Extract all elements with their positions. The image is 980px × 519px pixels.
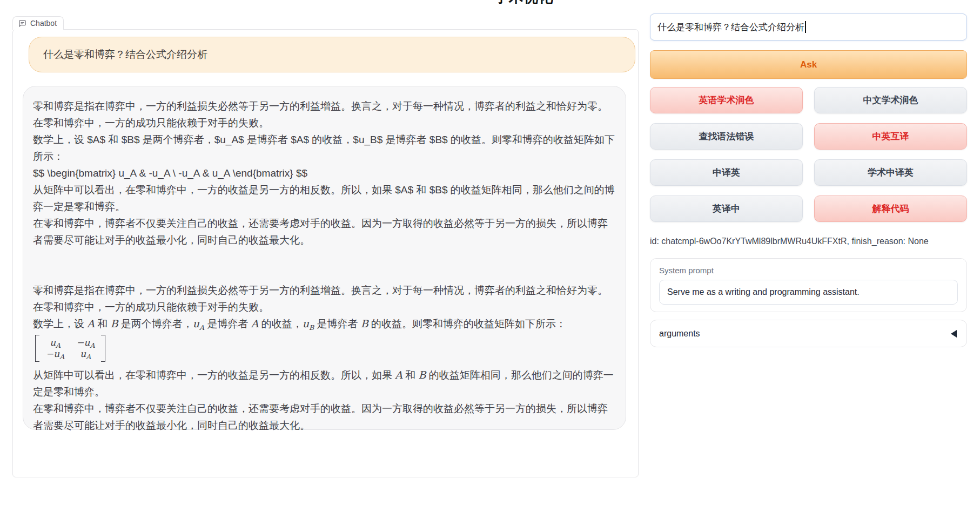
matrix-left-bracket [35,335,39,362]
matrix-cell: uA [46,337,64,348]
bot-rendered-paragraph: 在零和博弈中，博弈者不仅要关注自己的收益，还需要考虑对手的收益。因为一方取得的收… [33,400,616,434]
matrix-cell: uA [76,348,95,360]
control-column: 什么是零和博弈？结合公式介绍分析 Ask 英语学术润色 中文学术润色 查找语法错… [650,14,967,347]
matrix-cell: −uA [46,348,64,360]
bot-message-bubble: 零和博弈是指在博弈中，一方的利益损失必然等于另一方的利益增益。换言之，对于每一种… [23,86,626,430]
system-prompt-value: Serve me as a writing and programming as… [667,287,860,297]
math-var: B [111,318,118,329]
collapse-triangle-icon [951,330,957,338]
math-var: A [251,318,259,329]
bot-raw-paragraph: 在零和博弈中，博弈者不仅要关注自己的收益，还需要考虑对手的收益。因为一方取得的收… [33,215,616,248]
system-prompt-panel: System prompt Serve me as a writing and … [650,258,967,312]
button-english-academic-polish[interactable]: 英语学术润色 [650,87,803,113]
bot-raw-latex-matrix: $$ \begin{bmatrix} u_A & -u_A \ -u_A & u… [33,165,616,181]
matrix-cell: −uA [76,337,95,348]
button-en-to-zh[interactable]: 英译中 [650,196,803,222]
bot-raw-paragraph: 零和博弈是指在博弈中，一方的利益损失必然等于另一方的利益增益。换言之，对于每一种… [33,98,616,131]
math-var: uA [193,318,204,329]
button-zh-en-mutual-translate[interactable]: 中英互译 [814,123,967,150]
math-var: B [419,369,426,381]
bot-raw-paragraph: 数学上，设 $A$ 和 $B$ 是两个博弈者，$u_A$ 是博弈者 $A$ 的收… [33,131,616,165]
bot-rendered-math-paragraph: 从矩阵中可以看出，在零和博弈中，一方的收益是另一方的相反数。所以，如果 A 和 … [33,367,616,400]
chatbot-panel: 什么是零和博弈？结合公式介绍分析 零和博弈是指在博弈中，一方的利益损失必然等于另… [12,29,639,477]
matrix-right-bracket [101,335,105,362]
arguments-accordion[interactable]: arguments [650,320,967,347]
app-title-text: 学术优化 [494,0,570,4]
prompt-input-value: 什么是零和博弈？结合公式介绍分析 [657,21,804,33]
user-message-bubble: 什么是零和博弈？结合公式介绍分析 [29,37,635,72]
app-title-cropped: 学术优化 [494,0,570,4]
button-academic-zh-to-en[interactable]: 学术中译英 [814,159,967,186]
button-find-grammar-errors[interactable]: 查找语法错误 [650,123,803,150]
math-var: A [87,318,95,329]
ask-button[interactable]: Ask [650,50,967,79]
user-message-text: 什么是零和博弈？结合公式介绍分析 [43,48,207,62]
math-var: uB [303,318,314,329]
button-explain-code[interactable]: 解释代码 [814,196,967,222]
function-button-grid: 英语学术润色 中文学术润色 查找语法错误 中英互译 中译英 学术中译英 英译中 … [650,87,967,222]
chat-bubble-icon [18,19,26,28]
bot-raw-paragraph: 从矩阵中可以看出，在零和博弈中，一方的收益是另一方的相反数。所以，如果 $A$ … [33,181,616,215]
completion-status-line: id: chatcmpl-6wOo7KrYTwMl89lbrMWRu4UkFFX… [650,237,967,246]
bot-rendered-math-paragraph: 数学上，设 A 和 B 是两个博弈者，uA 是博弈者 A 的收益，uB 是博弈者… [33,315,616,332]
paragraph-gap [33,248,616,282]
bot-rendered-paragraph: 零和博弈是指在博弈中，一方的利益损失必然等于另一方的利益增益。换言之，对于每一种… [33,282,616,315]
chatbot-label-tab: Chatbot [12,16,64,30]
text-cursor [805,21,806,33]
math-var: B [361,318,368,329]
system-prompt-label: System prompt [659,266,958,275]
system-prompt-input[interactable]: Serve me as a writing and programming as… [659,280,958,305]
button-zh-to-en[interactable]: 中译英 [650,159,803,186]
chatbot-label: Chatbot [30,19,57,28]
button-chinese-academic-polish[interactable]: 中文学术润色 [814,87,967,113]
payoff-matrix: uA −uA −uA uA [35,335,105,362]
math-var: A [395,369,402,381]
arguments-accordion-label: arguments [659,329,700,339]
prompt-input[interactable]: 什么是零和博弈？结合公式介绍分析 [650,14,967,41]
